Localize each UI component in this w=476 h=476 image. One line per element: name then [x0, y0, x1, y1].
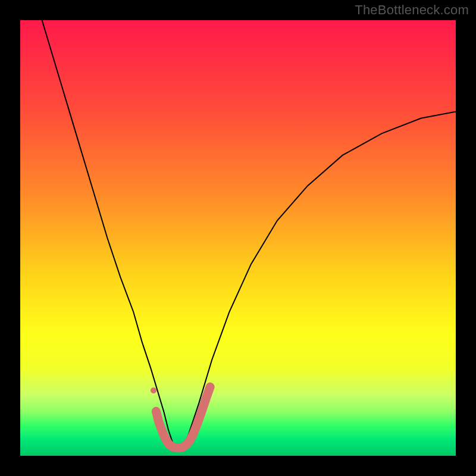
optimal-band — [156, 387, 210, 447]
plot-area — [20, 20, 456, 456]
chart-frame: TheBottleneck.com — [0, 0, 476, 476]
bottleneck-curve — [42, 20, 456, 449]
watermark-text: TheBottleneck.com — [355, 2, 469, 18]
marker-dot — [151, 387, 156, 393]
curve-layer — [20, 20, 456, 456]
